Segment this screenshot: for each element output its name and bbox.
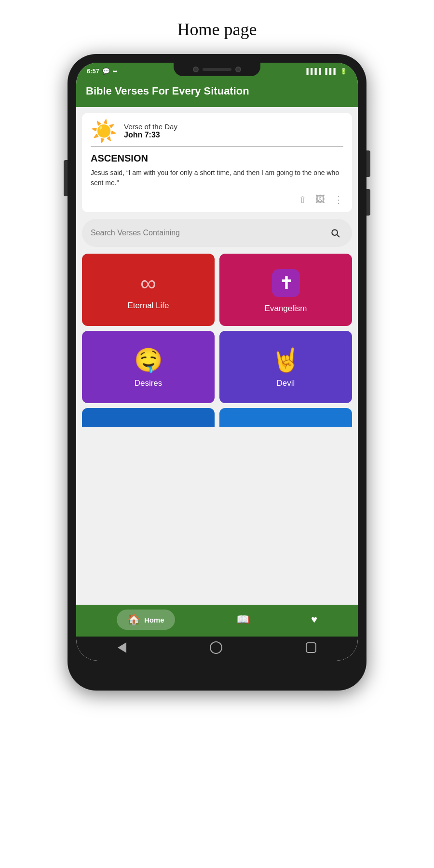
verse-meta: Verse of the Day John 7:33 [124, 122, 177, 139]
verse-of-day-card[interactable]: ☀️ Verse of the Day John 7:33 ASCENSION … [82, 113, 352, 212]
sensor [235, 67, 241, 72]
category-label-eternal-life: Eternal Life [128, 301, 169, 311]
status-bar: 6:57 💬 •• ▌▌▌▌ ▌▌▌ 🔋 [76, 63, 358, 78]
verse-divider [91, 147, 343, 147]
bottom-nav: 🏠 Home 📖 ♥ [76, 605, 358, 637]
speaker [203, 68, 231, 71]
verse-header: ☀️ Verse of the Day John 7:33 [91, 121, 343, 142]
recents-button[interactable] [306, 642, 316, 653]
devil-icon: 🤘 [271, 349, 300, 372]
svg-line-1 [337, 234, 339, 237]
verse-actions: ⇧ 🖼 ⋮ [91, 194, 343, 205]
verse-topic: ASCENSION [91, 153, 343, 164]
image-icon[interactable]: 🖼 [315, 194, 325, 205]
status-bar-left: 6:57 💬 •• [87, 68, 117, 75]
nav-favorites[interactable]: ♥ [311, 613, 317, 626]
category-label-desires: Desires [135, 379, 163, 388]
home-button[interactable] [210, 641, 222, 654]
page-title: Home page [177, 19, 257, 40]
phone-screen: 6:57 💬 •• ▌▌▌▌ ▌▌▌ 🔋 Bible Verses For Ev… [76, 63, 358, 661]
sun-icon: ☀️ [91, 121, 117, 142]
nav-home-pill[interactable]: 🏠 Home [117, 610, 175, 630]
nav-bible[interactable]: 📖 [236, 613, 249, 626]
partial-row [82, 408, 352, 427]
search-icon[interactable] [327, 225, 343, 241]
main-content[interactable]: ☀️ Verse of the Day John 7:33 ASCENSION … [76, 107, 358, 605]
app-header-title: Bible Verses For Every Situation [86, 84, 348, 98]
partial-card-1 [82, 408, 215, 427]
more-options-icon[interactable]: ⋮ [334, 194, 343, 205]
partial-card-2 [219, 408, 352, 427]
share-icon[interactable]: ⇧ [298, 194, 307, 205]
message-icon: 💬 [102, 68, 110, 75]
front-camera [193, 67, 199, 72]
bible-icon: 📖 [236, 613, 249, 626]
categories-grid: ∞ Eternal Life ✝ Evangelism 🤤 Desires [82, 254, 352, 408]
verse-text: Jesus said, “I am with you for only a sh… [91, 168, 343, 188]
infinity-icon: ∞ [140, 272, 156, 294]
verse-reference: John 7:33 [124, 131, 177, 139]
volume-down-button [366, 189, 370, 216]
app-header: Bible Verses For Every Situation [76, 78, 358, 107]
battery-icon: 🔋 [340, 68, 347, 75]
category-desires[interactable]: 🤤 Desires [82, 331, 215, 403]
category-eternal-life[interactable]: ∞ Eternal Life [82, 254, 215, 326]
signal-icon: ▌▌▌▌ [306, 68, 323, 75]
category-evangelism[interactable]: ✝ Evangelism [219, 254, 352, 326]
wifi-icon: ▌▌▌ [325, 68, 338, 75]
volume-up-button [64, 160, 68, 196]
category-devil[interactable]: 🤘 Devil [219, 331, 352, 403]
favorites-icon: ♥ [311, 613, 317, 626]
time-display: 6:57 [87, 68, 99, 75]
verse-of-day-label: Verse of the Day [124, 122, 177, 131]
cross-icon-box: ✝ [272, 269, 300, 297]
notch [174, 63, 260, 76]
category-label-evangelism: Evangelism [265, 304, 307, 313]
status-dots: •• [113, 68, 117, 75]
category-label-devil: Devil [277, 379, 295, 388]
back-button[interactable] [118, 642, 126, 653]
search-placeholder: Search Verses Containing [91, 229, 180, 237]
status-bar-right: ▌▌▌▌ ▌▌▌ 🔋 [306, 68, 347, 75]
search-bar[interactable]: Search Verses Containing [82, 219, 352, 247]
phone-frame: 6:57 💬 •• ▌▌▌▌ ▌▌▌ 🔋 Bible Verses For Ev… [68, 54, 366, 691]
android-nav-bar [76, 637, 358, 661]
home-label: Home [144, 616, 164, 624]
home-icon: 🏠 [127, 613, 140, 626]
nav-home[interactable]: 🏠 Home [117, 610, 175, 630]
desires-icon: 🤤 [134, 349, 163, 372]
cross-icon: ✝ [279, 275, 293, 291]
power-button [366, 150, 370, 177]
